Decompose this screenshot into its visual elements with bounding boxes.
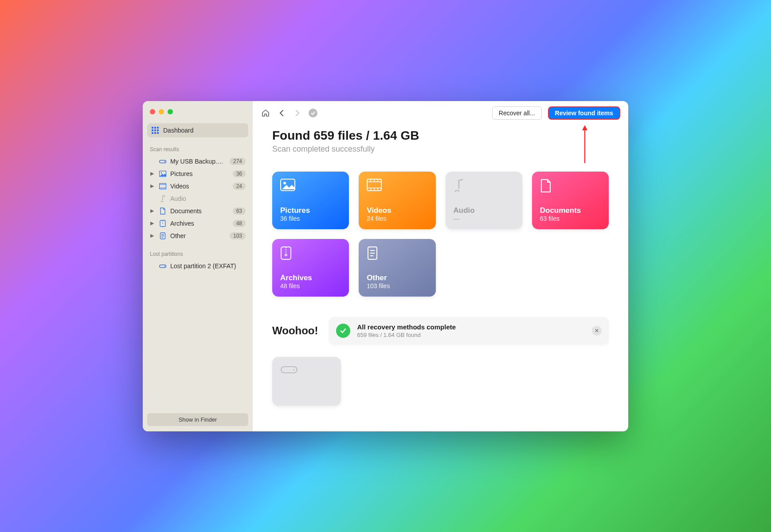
card-title: Archives: [280, 274, 341, 282]
sidebar-item-audio[interactable]: Audio: [147, 192, 248, 205]
main-panel: Recover all... Review found items Found …: [253, 101, 628, 431]
maximize-window-button[interactable]: [168, 109, 173, 114]
picture-icon: [280, 179, 341, 194]
chevron-right-icon: ▶: [149, 220, 155, 226]
audio-icon: [454, 179, 514, 194]
sidebar-item-dashboard[interactable]: Dashboard: [147, 123, 248, 137]
review-found-items-button[interactable]: Review found items: [548, 106, 620, 120]
chevron-right-icon: ▶: [149, 233, 155, 239]
card-title: Other: [367, 274, 427, 282]
card-documents[interactable]: Documents 63 files: [532, 172, 609, 229]
close-window-button[interactable]: [150, 109, 155, 114]
sidebar-item-label: Lost partition 2 (EXFAT): [170, 262, 246, 270]
svg-rect-37: [281, 247, 291, 259]
sidebar-item-label: Other: [170, 232, 226, 239]
minimize-window-button[interactable]: [159, 109, 164, 114]
card-videos[interactable]: Videos 24 files: [359, 172, 435, 229]
svg-rect-3: [152, 129, 153, 131]
lost-partitions-heading: Lost partitions: [150, 251, 247, 257]
sidebar-item-other[interactable]: ▶ Other 103: [147, 230, 248, 242]
document-icon: [159, 207, 167, 215]
svg-rect-0: [152, 127, 153, 129]
content-area: Found 659 files / 1.64 GB Scan completed…: [253, 121, 628, 431]
count-badge: 24: [233, 183, 246, 190]
other-icon: [367, 246, 427, 261]
toast-subtitle: 659 files / 1.64 GB found: [357, 332, 585, 338]
back-button[interactable]: [277, 108, 286, 118]
svg-point-45: [293, 369, 294, 370]
toolbar: Recover all... Review found items: [253, 101, 628, 121]
sidebar-item-documents[interactable]: ▶ Documents 63: [147, 205, 248, 217]
sidebar-item-label: Videos: [170, 183, 229, 190]
dashboard-label: Dashboard: [163, 127, 194, 134]
card-count: 63 files: [540, 215, 601, 222]
page-title: Found 659 files / 1.64 GB: [272, 129, 609, 143]
drive-icon: [159, 263, 167, 269]
card-pictures[interactable]: Pictures 36 files: [272, 172, 349, 229]
forward-button[interactable]: [293, 108, 302, 118]
grid-icon: [152, 127, 159, 134]
card-title: Videos: [367, 206, 427, 215]
chevron-right-icon: ▶: [149, 208, 155, 214]
window-controls: [150, 109, 248, 114]
sidebar-item-label: Audio: [170, 195, 246, 202]
woohoo-heading: Woohoo!: [272, 325, 318, 337]
svg-point-12: [161, 172, 162, 173]
card-title: Documents: [540, 206, 601, 215]
card-audio[interactable]: Audio —: [446, 172, 522, 229]
chevron-right-icon: ▶: [149, 171, 155, 176]
svg-rect-6: [152, 132, 153, 134]
sidebar-item-pictures[interactable]: ▶ Pictures 36: [147, 168, 248, 180]
sidebar-item-label: Documents: [170, 207, 229, 215]
show-in-finder-button[interactable]: Show in Finder: [147, 413, 248, 426]
archive-icon: [159, 220, 167, 227]
sidebar-item-label: My USB Backup.d…: [170, 158, 226, 165]
card-drive[interactable]: [272, 357, 341, 406]
card-count: 103 files: [367, 282, 427, 289]
drive-card-row: [272, 357, 609, 406]
toast-close-button[interactable]: ✕: [592, 326, 602, 336]
page-subtitle: Scan completed successfully: [272, 145, 609, 154]
sidebar-item-backup[interactable]: My USB Backup.d… 274: [147, 155, 248, 168]
svg-rect-2: [157, 127, 159, 129]
completion-toast: All recovery methods complete 659 files …: [329, 317, 609, 344]
picture-icon: [159, 171, 167, 177]
video-icon: [159, 183, 167, 189]
home-button[interactable]: [261, 108, 270, 118]
svg-point-27: [283, 182, 286, 184]
app-window: Dashboard Scan results My USB Backup.d… …: [143, 101, 628, 431]
sidebar-item-label: Pictures: [170, 170, 229, 177]
scan-status-icon: [309, 109, 317, 117]
document-icon: [540, 179, 601, 194]
card-other[interactable]: Other 103 files: [359, 239, 435, 297]
count-badge: 36: [233, 170, 246, 177]
card-count: 24 files: [367, 215, 427, 222]
card-title: Audio: [454, 206, 514, 215]
toast-text: All recovery methods complete 659 files …: [357, 323, 585, 338]
sidebar-item-lost-partition[interactable]: Lost partition 2 (EXFAT): [147, 260, 248, 272]
sidebar-item-archives[interactable]: ▶ Archives 48: [147, 217, 248, 230]
svg-rect-13: [160, 183, 166, 189]
archive-icon: [280, 246, 341, 261]
sidebar-item-label: Archives: [170, 220, 229, 227]
category-cards: Pictures 36 files Videos 24 files Audio …: [272, 172, 609, 297]
count-badge: 48: [233, 220, 246, 227]
count-badge: 274: [230, 158, 246, 165]
drive-icon: [280, 364, 333, 379]
svg-rect-4: [154, 129, 156, 131]
check-circle-icon: [336, 324, 350, 338]
svg-point-39: [285, 254, 287, 256]
svg-rect-8: [157, 132, 159, 134]
card-archives[interactable]: Archives 48 files: [272, 239, 349, 297]
drive-icon: [159, 159, 167, 164]
recover-all-button[interactable]: Recover all...: [492, 106, 542, 120]
chevron-right-icon: ▶: [149, 183, 155, 189]
completion-row: Woohoo! All recovery methods complete 65…: [272, 317, 609, 344]
card-count: —: [454, 215, 514, 222]
sidebar-item-videos[interactable]: ▶ Videos 24: [147, 180, 248, 192]
audio-icon: [159, 195, 167, 202]
count-badge: 103: [230, 232, 246, 239]
svg-rect-7: [154, 132, 156, 134]
count-badge: 63: [233, 207, 246, 215]
toast-title: All recovery methods complete: [357, 323, 585, 331]
